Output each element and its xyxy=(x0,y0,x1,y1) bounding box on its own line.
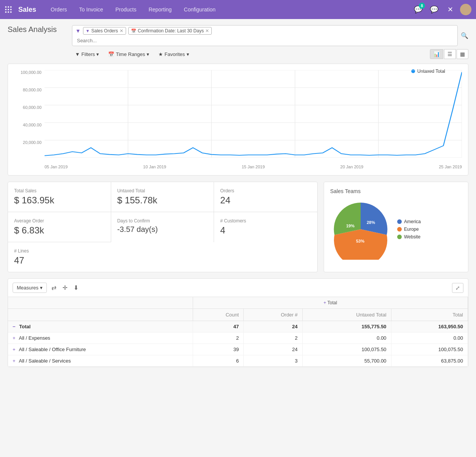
svg-rect-7 xyxy=(8,11,9,13)
nav-configuration[interactable]: Configuration xyxy=(179,4,221,15)
svg-text:19%: 19% xyxy=(346,224,355,228)
col-count: Count xyxy=(193,309,243,321)
filter-tag-sales-orders[interactable]: ▼ Sales Orders ✕ xyxy=(83,27,126,35)
app-grid-icon[interactable] xyxy=(5,6,12,13)
brand-name: Sales xyxy=(18,6,36,14)
time-ranges-button[interactable]: 📅 Time Ranges ▾ xyxy=(105,50,152,59)
page-header: Sales Analysis ▼ ▼ Sales Orders ✕ 📅 Conf… xyxy=(8,25,468,59)
filter-tag-date[interactable]: 📅 Confirmation Date: Last 30 Days ✕ xyxy=(128,27,212,35)
filters-icon: ▼ xyxy=(75,51,80,57)
svg-rect-4 xyxy=(8,9,9,10)
kpi-days-confirm: Days to Confirm -3.57 day(s) xyxy=(111,212,214,242)
expand-button[interactable]: ✛ xyxy=(61,283,69,293)
pie-title: Sales Teams xyxy=(330,188,462,194)
kpi-value: -3.57 day(s) xyxy=(117,225,208,234)
col-plus-icon[interactable]: + xyxy=(324,300,326,305)
chart-y-axis: 100,000.00 80,000.00 60,000.00 40,000.00… xyxy=(14,70,45,158)
nav-orders[interactable]: Orders xyxy=(45,4,72,15)
x-label-1: 05 Jan 2019 xyxy=(45,165,68,169)
tag-close-icon[interactable]: ✕ xyxy=(120,28,123,34)
row-label: + All / Saleable / Office Furniture xyxy=(8,344,193,355)
plus-icon[interactable]: + xyxy=(13,358,16,364)
graph-view-button[interactable]: 📊 xyxy=(430,49,443,59)
favorites-button[interactable]: ★ Favorites ▾ xyxy=(155,50,192,59)
row-count: 2 xyxy=(193,332,243,344)
main-content: Sales Analysis ▼ ▼ Sales Orders ✕ 📅 Conf… xyxy=(0,19,476,373)
plus-icon[interactable]: + xyxy=(13,347,16,352)
legend-website: Website xyxy=(397,234,421,240)
fullscreen-button[interactable]: ⤢ xyxy=(452,283,463,293)
row-untaxed: 55,700.00 xyxy=(302,355,391,367)
list-view-button[interactable]: ☰ xyxy=(444,49,456,59)
kpi-untaxed-total: Untaxed Total $ 155.78k xyxy=(111,182,214,212)
table-row-total: − Total 47 24 155,775.50 163,950.50 xyxy=(8,321,468,332)
row-untaxed: 155,775.50 xyxy=(302,321,391,332)
kpi-orders: Orders 24 xyxy=(214,182,317,212)
kpi-label: # Lines xyxy=(14,248,105,254)
pivot-toolbar: Measures ▾ ⇄ ✛ ⬇ ⤢ xyxy=(8,279,468,297)
nav-to-invoice[interactable]: To Invoice xyxy=(74,4,109,15)
download-button[interactable]: ⬇ xyxy=(72,283,80,293)
row-untaxed: 0.00 xyxy=(302,332,391,344)
notifications-button[interactable]: 💬 8 xyxy=(412,3,424,16)
user-avatar[interactable] xyxy=(460,4,471,15)
row-empty-header xyxy=(8,309,193,321)
flip-axis-button[interactable]: ⇄ xyxy=(50,283,58,293)
pivot-view-button[interactable]: ▦ xyxy=(457,49,468,59)
row-count: 6 xyxy=(193,355,243,367)
row-untaxed: 100,075.50 xyxy=(302,344,391,355)
chat-button[interactable]: 💬 xyxy=(428,3,440,16)
search-input[interactable] xyxy=(75,37,454,44)
kpi-label: Days to Confirm xyxy=(117,218,208,224)
filters-button[interactable]: ▼ Filters ▾ xyxy=(72,50,102,59)
kpi-value: $ 6.83k xyxy=(14,225,105,236)
america-label: America xyxy=(404,219,421,224)
svg-rect-0 xyxy=(5,6,6,8)
row-label: + All / Expenses xyxy=(8,332,193,344)
tag-close-icon[interactable]: ✕ xyxy=(205,28,209,34)
kpi-value: 47 xyxy=(14,255,105,266)
row-header xyxy=(8,297,193,309)
svg-text:28%: 28% xyxy=(367,220,375,225)
filters-label: Filters xyxy=(81,51,95,57)
x-label-2: 10 Jan 2019 xyxy=(143,165,166,169)
settings-button[interactable]: ✕ xyxy=(444,3,456,16)
kpi-value: $ 163.95k xyxy=(14,195,105,206)
tag-label: Sales Orders xyxy=(91,28,118,34)
america-color xyxy=(397,219,402,224)
filter-tags-container: ▼ ▼ Sales Orders ✕ 📅 Confirmation Date: … xyxy=(72,25,458,46)
calendar-icon: 📅 xyxy=(131,29,136,34)
table-row-expenses: + All / Expenses 2 2 0.00 0.00 xyxy=(8,332,468,344)
tag-label: Confirmation Date: Last 30 Days xyxy=(138,28,204,34)
minus-icon[interactable]: − xyxy=(13,324,16,329)
website-label: Website xyxy=(404,234,420,240)
kpi-label: Total Sales xyxy=(14,188,105,193)
svg-rect-5 xyxy=(10,9,11,10)
search-icon[interactable]: 🔍 xyxy=(461,32,468,39)
pivot-section: Measures ▾ ⇄ ✛ ⬇ ⤢ + Total Count xyxy=(8,278,468,367)
y-label-3: 60,000.00 xyxy=(14,105,42,110)
col-total: Total xyxy=(391,309,468,321)
y-label-1: 100,000.00 xyxy=(14,70,42,75)
favorites-label: Favorites xyxy=(165,51,185,57)
nav-links: Orders To Invoice Products Reporting Con… xyxy=(45,4,412,15)
measures-button[interactable]: Measures ▾ xyxy=(13,283,47,293)
europe-label: Europe xyxy=(404,227,419,232)
nav-icons: 💬 8 💬 ✕ xyxy=(412,3,471,16)
view-buttons: 📊 ☰ ▦ xyxy=(430,49,468,59)
svg-rect-3 xyxy=(5,9,6,10)
row-order: 24 xyxy=(244,344,302,355)
nav-products[interactable]: Products xyxy=(110,4,142,15)
filter-funnel-icon: ▼ xyxy=(75,28,81,34)
y-label-5: 20,000.00 xyxy=(14,140,42,145)
plus-icon[interactable]: + xyxy=(13,335,16,341)
legend-america: America xyxy=(397,219,421,224)
measures-label: Measures xyxy=(17,285,38,291)
page-title: Sales Analysis xyxy=(8,25,57,34)
row-count: 47 xyxy=(193,321,243,332)
row-total: 100,075.50 xyxy=(391,344,468,355)
nav-reporting[interactable]: Reporting xyxy=(143,4,177,15)
svg-text:53%: 53% xyxy=(356,239,364,243)
svg-rect-6 xyxy=(5,11,6,13)
chart-area: 100,000.00 80,000.00 60,000.00 40,000.00… xyxy=(14,70,462,169)
